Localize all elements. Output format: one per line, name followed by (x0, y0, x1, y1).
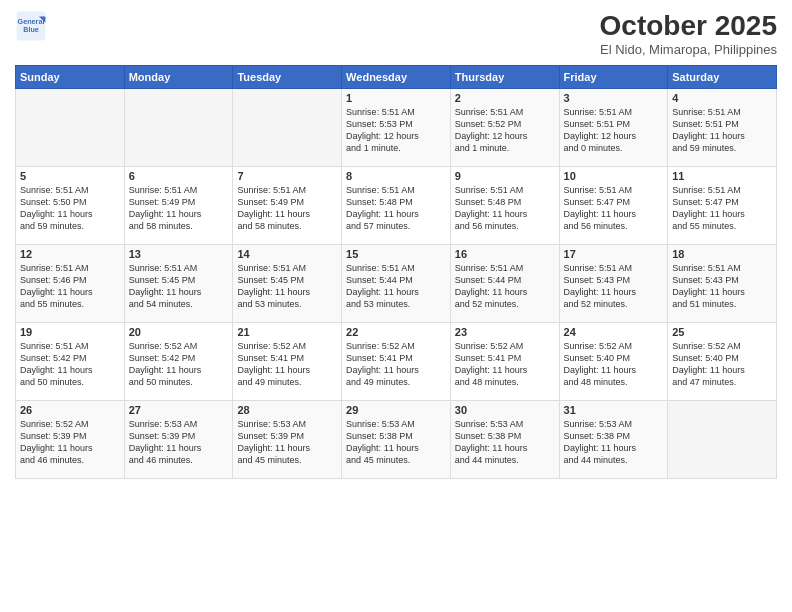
calendar-cell (668, 401, 777, 479)
day-number: 25 (672, 326, 772, 338)
calendar-cell: 28Sunrise: 5:53 AM Sunset: 5:39 PM Dayli… (233, 401, 342, 479)
calendar-cell: 27Sunrise: 5:53 AM Sunset: 5:39 PM Dayli… (124, 401, 233, 479)
calendar-cell: 5Sunrise: 5:51 AM Sunset: 5:50 PM Daylig… (16, 167, 125, 245)
day-info: Sunrise: 5:51 AM Sunset: 5:51 PM Dayligh… (672, 106, 772, 155)
header: General Blue October 2025 El Nido, Mimar… (15, 10, 777, 57)
calendar-cell: 9Sunrise: 5:51 AM Sunset: 5:48 PM Daylig… (450, 167, 559, 245)
logo-icon: General Blue (15, 10, 47, 42)
day-info: Sunrise: 5:51 AM Sunset: 5:49 PM Dayligh… (237, 184, 337, 233)
day-number: 5 (20, 170, 120, 182)
calendar-cell: 24Sunrise: 5:52 AM Sunset: 5:40 PM Dayli… (559, 323, 668, 401)
day-info: Sunrise: 5:51 AM Sunset: 5:43 PM Dayligh… (672, 262, 772, 311)
day-info: Sunrise: 5:53 AM Sunset: 5:39 PM Dayligh… (237, 418, 337, 467)
calendar-cell: 7Sunrise: 5:51 AM Sunset: 5:49 PM Daylig… (233, 167, 342, 245)
logo: General Blue (15, 10, 47, 42)
day-info: Sunrise: 5:52 AM Sunset: 5:41 PM Dayligh… (237, 340, 337, 389)
day-number: 23 (455, 326, 555, 338)
week-row-2: 5Sunrise: 5:51 AM Sunset: 5:50 PM Daylig… (16, 167, 777, 245)
day-number: 3 (564, 92, 664, 104)
calendar-cell: 12Sunrise: 5:51 AM Sunset: 5:46 PM Dayli… (16, 245, 125, 323)
day-info: Sunrise: 5:51 AM Sunset: 5:44 PM Dayligh… (455, 262, 555, 311)
day-number: 29 (346, 404, 446, 416)
day-info: Sunrise: 5:51 AM Sunset: 5:48 PM Dayligh… (346, 184, 446, 233)
week-row-1: 1Sunrise: 5:51 AM Sunset: 5:53 PM Daylig… (16, 89, 777, 167)
day-number: 10 (564, 170, 664, 182)
calendar-cell (233, 89, 342, 167)
day-info: Sunrise: 5:51 AM Sunset: 5:53 PM Dayligh… (346, 106, 446, 155)
week-row-4: 19Sunrise: 5:51 AM Sunset: 5:42 PM Dayli… (16, 323, 777, 401)
day-info: Sunrise: 5:53 AM Sunset: 5:39 PM Dayligh… (129, 418, 229, 467)
day-info: Sunrise: 5:52 AM Sunset: 5:42 PM Dayligh… (129, 340, 229, 389)
weekday-header-saturday: Saturday (668, 66, 777, 89)
day-number: 12 (20, 248, 120, 260)
calendar-cell: 14Sunrise: 5:51 AM Sunset: 5:45 PM Dayli… (233, 245, 342, 323)
calendar-cell: 16Sunrise: 5:51 AM Sunset: 5:44 PM Dayli… (450, 245, 559, 323)
calendar-cell: 15Sunrise: 5:51 AM Sunset: 5:44 PM Dayli… (342, 245, 451, 323)
calendar-cell: 23Sunrise: 5:52 AM Sunset: 5:41 PM Dayli… (450, 323, 559, 401)
calendar-cell (16, 89, 125, 167)
day-number: 20 (129, 326, 229, 338)
day-info: Sunrise: 5:52 AM Sunset: 5:40 PM Dayligh… (672, 340, 772, 389)
title-section: October 2025 El Nido, Mimaropa, Philippi… (600, 10, 777, 57)
day-number: 19 (20, 326, 120, 338)
day-info: Sunrise: 5:52 AM Sunset: 5:40 PM Dayligh… (564, 340, 664, 389)
day-number: 28 (237, 404, 337, 416)
weekday-header-monday: Monday (124, 66, 233, 89)
calendar-cell: 6Sunrise: 5:51 AM Sunset: 5:49 PM Daylig… (124, 167, 233, 245)
day-info: Sunrise: 5:51 AM Sunset: 5:43 PM Dayligh… (564, 262, 664, 311)
day-info: Sunrise: 5:51 AM Sunset: 5:49 PM Dayligh… (129, 184, 229, 233)
calendar-cell: 30Sunrise: 5:53 AM Sunset: 5:38 PM Dayli… (450, 401, 559, 479)
day-number: 7 (237, 170, 337, 182)
day-info: Sunrise: 5:51 AM Sunset: 5:51 PM Dayligh… (564, 106, 664, 155)
weekday-header-row: SundayMondayTuesdayWednesdayThursdayFrid… (16, 66, 777, 89)
day-number: 26 (20, 404, 120, 416)
week-row-5: 26Sunrise: 5:52 AM Sunset: 5:39 PM Dayli… (16, 401, 777, 479)
weekday-header-wednesday: Wednesday (342, 66, 451, 89)
day-number: 24 (564, 326, 664, 338)
day-number: 27 (129, 404, 229, 416)
calendar-cell: 19Sunrise: 5:51 AM Sunset: 5:42 PM Dayli… (16, 323, 125, 401)
page-container: General Blue October 2025 El Nido, Mimar… (0, 0, 792, 612)
weekday-header-thursday: Thursday (450, 66, 559, 89)
calendar-cell (124, 89, 233, 167)
day-number: 1 (346, 92, 446, 104)
day-info: Sunrise: 5:51 AM Sunset: 5:50 PM Dayligh… (20, 184, 120, 233)
calendar-cell: 26Sunrise: 5:52 AM Sunset: 5:39 PM Dayli… (16, 401, 125, 479)
location: El Nido, Mimaropa, Philippines (600, 42, 777, 57)
weekday-header-sunday: Sunday (16, 66, 125, 89)
calendar-cell: 8Sunrise: 5:51 AM Sunset: 5:48 PM Daylig… (342, 167, 451, 245)
weekday-header-friday: Friday (559, 66, 668, 89)
day-info: Sunrise: 5:51 AM Sunset: 5:47 PM Dayligh… (564, 184, 664, 233)
day-info: Sunrise: 5:51 AM Sunset: 5:52 PM Dayligh… (455, 106, 555, 155)
day-number: 16 (455, 248, 555, 260)
day-info: Sunrise: 5:52 AM Sunset: 5:39 PM Dayligh… (20, 418, 120, 467)
day-info: Sunrise: 5:53 AM Sunset: 5:38 PM Dayligh… (564, 418, 664, 467)
day-info: Sunrise: 5:51 AM Sunset: 5:44 PM Dayligh… (346, 262, 446, 311)
calendar-cell: 20Sunrise: 5:52 AM Sunset: 5:42 PM Dayli… (124, 323, 233, 401)
calendar-cell: 18Sunrise: 5:51 AM Sunset: 5:43 PM Dayli… (668, 245, 777, 323)
day-info: Sunrise: 5:51 AM Sunset: 5:45 PM Dayligh… (129, 262, 229, 311)
weekday-header-tuesday: Tuesday (233, 66, 342, 89)
day-info: Sunrise: 5:52 AM Sunset: 5:41 PM Dayligh… (455, 340, 555, 389)
calendar-table: SundayMondayTuesdayWednesdayThursdayFrid… (15, 65, 777, 479)
day-number: 31 (564, 404, 664, 416)
day-number: 22 (346, 326, 446, 338)
day-info: Sunrise: 5:52 AM Sunset: 5:41 PM Dayligh… (346, 340, 446, 389)
day-number: 21 (237, 326, 337, 338)
day-number: 15 (346, 248, 446, 260)
calendar-cell: 2Sunrise: 5:51 AM Sunset: 5:52 PM Daylig… (450, 89, 559, 167)
calendar-cell: 22Sunrise: 5:52 AM Sunset: 5:41 PM Dayli… (342, 323, 451, 401)
day-number: 6 (129, 170, 229, 182)
day-info: Sunrise: 5:51 AM Sunset: 5:45 PM Dayligh… (237, 262, 337, 311)
day-info: Sunrise: 5:53 AM Sunset: 5:38 PM Dayligh… (346, 418, 446, 467)
day-number: 11 (672, 170, 772, 182)
calendar-cell: 3Sunrise: 5:51 AM Sunset: 5:51 PM Daylig… (559, 89, 668, 167)
day-number: 14 (237, 248, 337, 260)
day-number: 18 (672, 248, 772, 260)
day-number: 17 (564, 248, 664, 260)
calendar-cell: 31Sunrise: 5:53 AM Sunset: 5:38 PM Dayli… (559, 401, 668, 479)
svg-text:Blue: Blue (23, 25, 39, 34)
week-row-3: 12Sunrise: 5:51 AM Sunset: 5:46 PM Dayli… (16, 245, 777, 323)
calendar-cell: 1Sunrise: 5:51 AM Sunset: 5:53 PM Daylig… (342, 89, 451, 167)
calendar-cell: 13Sunrise: 5:51 AM Sunset: 5:45 PM Dayli… (124, 245, 233, 323)
